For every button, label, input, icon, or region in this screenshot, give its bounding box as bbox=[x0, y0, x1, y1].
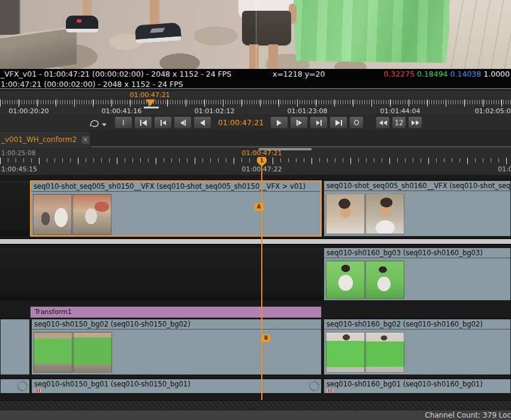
clip-label: seq010-shot_seq005_sh0150__VFX (seq010-s… bbox=[31, 182, 320, 192]
clip-info-text: _VFX_v01 - 01:00:47:21 (00:00:02:00) - 2… bbox=[1, 69, 231, 80]
skip-end-icon bbox=[341, 120, 342, 126]
transport-bar: I 01:00:47:21 O 12 bbox=[0, 114, 511, 131]
clip-thumbnails bbox=[33, 194, 111, 235]
viewer-info-bar: _VFX_v01 - 01:00:47:21 (00:00:02:00) - 2… bbox=[0, 69, 511, 80]
go-to-start-button[interactable] bbox=[134, 116, 152, 129]
clip-sh0150-bg02[interactable]: seq010-sh0150_bg02 (seq010-sh0150_bg02) bbox=[31, 319, 322, 375]
step-forward-button[interactable] bbox=[290, 116, 308, 129]
viewer-wipe-line[interactable] bbox=[256, 0, 256, 69]
viewer-sneaker bbox=[66, 16, 98, 32]
timeline-horizontal-scrollbar[interactable] bbox=[0, 400, 511, 410]
decrement-frames-button[interactable] bbox=[376, 116, 390, 129]
effect-label: Transform1 bbox=[35, 308, 72, 316]
viewer-boy-leg bbox=[249, 44, 259, 69]
clip-sh0160-bg01[interactable]: seq010-sh0160_bg01 (seq010-sh0160_bg01) bbox=[323, 379, 511, 394]
pixel-coordinates: x=1218 y=20 bbox=[273, 69, 325, 80]
clip-partial-left[interactable] bbox=[0, 319, 30, 375]
viewer-timeline-ruler[interactable]: 01:00:47:21 01:00:20:20 01:00:41:16 01:0… bbox=[0, 90, 511, 114]
thumbnail-greenscreen-panel bbox=[326, 332, 365, 373]
viewer-pavement bbox=[449, 0, 511, 69]
viewer-info-bar-secondary: 1:00:47:21 (00:00:02:00) - 2048 x 1152 -… bbox=[0, 80, 511, 89]
green-value: 0.18494 bbox=[417, 70, 448, 78]
set-out-point-button[interactable]: O bbox=[349, 116, 364, 129]
video-track-2: seq010-sh0160_bg03 (seq010-sh0160_bg03) bbox=[0, 247, 511, 300]
tab-sequence[interactable]: _v001_WH_conform2 × bbox=[0, 132, 91, 147]
clip-sh0160-bg02[interactable]: seq010-sh0160_bg02 (seq010-sh0160_bg02) bbox=[323, 319, 511, 375]
thumbnail-boy bbox=[365, 194, 404, 234]
soft-effect-transform[interactable]: Transform1 bbox=[30, 306, 322, 318]
wipe-input-a-badge[interactable]: A bbox=[254, 203, 264, 211]
clip-sh0150-bg01[interactable]: seq010-sh0150_bg01 (seq010-sh0150_bg01) bbox=[31, 379, 322, 394]
viewer-greenscreen bbox=[293, 0, 452, 63]
previous-edit-button[interactable] bbox=[154, 116, 172, 129]
ruler-range-start: 1:00:25:08 bbox=[1, 149, 35, 156]
double-left-icon bbox=[383, 120, 387, 125]
pixel-rgba-values: 0.32275 0.18494 0.14038 1.0000 bbox=[383, 69, 510, 80]
viewer-sneaker bbox=[135, 22, 182, 43]
thumbnail-boy-greenscreen bbox=[365, 261, 404, 299]
set-in-point-button[interactable]: I bbox=[114, 116, 132, 129]
media-status-badge bbox=[327, 389, 333, 392]
ruler-timecode-label: 1:00:45:15 bbox=[1, 165, 37, 173]
close-icon[interactable]: × bbox=[81, 136, 89, 144]
blue-value: 0.14038 bbox=[450, 70, 482, 78]
clip-info-text: 1:00:47:21 (00:00:02:00) - 2048 x 1152 -… bbox=[1, 80, 183, 89]
red-value: 0.32275 bbox=[383, 70, 415, 78]
out-point-label: O bbox=[353, 119, 359, 127]
clip-thumbnails bbox=[326, 261, 404, 301]
clip-label: seq010-sh0160_bg03 (seq010-sh0160_bg03) bbox=[324, 248, 510, 258]
video-track-4: seq010-sh0150_bg01 (seq010-sh0150_bg01) … bbox=[0, 378, 511, 393]
viewer-playhead-timecode: 01:00:47:21 bbox=[129, 91, 170, 99]
viewer-boy-shorts bbox=[242, 11, 291, 46]
viewer-playhead-underline bbox=[144, 107, 159, 108]
ruler-timecode-label: 01:00 bbox=[498, 165, 511, 173]
status-bar: Channel Count: 379 Loc bbox=[0, 410, 511, 420]
current-timecode[interactable]: 01:00:47:21 bbox=[213, 118, 268, 127]
go-to-end-button[interactable] bbox=[329, 116, 347, 129]
timeline-playhead-timecode: 01:00:47:21 bbox=[241, 149, 282, 157]
timeline-tab-bar: _v001_WH_conform2 × bbox=[0, 131, 511, 147]
wipe-input-b-badge[interactable]: B bbox=[261, 334, 271, 342]
frame-increment-field[interactable]: 12 bbox=[392, 116, 406, 129]
play-forward-button[interactable] bbox=[270, 116, 288, 129]
skip-start-icon bbox=[142, 120, 147, 126]
next-edit-icon bbox=[320, 120, 322, 126]
increment-frames-button[interactable] bbox=[408, 116, 422, 129]
track-divider-band[interactable] bbox=[0, 238, 511, 245]
step-back-icon bbox=[185, 120, 186, 126]
step-forward-icon bbox=[298, 120, 302, 125]
media-status-badge bbox=[35, 389, 41, 392]
playback-mode-menu[interactable] bbox=[89, 118, 107, 128]
skip-end-icon bbox=[335, 120, 340, 126]
viewer-playhead-icon[interactable] bbox=[146, 99, 155, 106]
clip-sh0150-vfx[interactable]: seq010-shot_seq005_sh0150__VFX (seq010-s… bbox=[30, 180, 322, 237]
timeline-playhead-line[interactable] bbox=[261, 158, 262, 400]
clip-label: seq010-shot_seq005_sh0160__VFX (seq010-s… bbox=[324, 181, 510, 191]
step-back-button[interactable] bbox=[174, 116, 192, 129]
clip-sh0160-vfx[interactable]: seq010-shot_seq005_sh0160__VFX (seq010-s… bbox=[323, 180, 511, 237]
nuke-studio-window: _VFX_v01 - 01:00:47:21 (00:00:02:00) - 2… bbox=[0, 0, 511, 420]
tab-label: _v001_WH_conform2 bbox=[1, 135, 77, 144]
next-edit-icon bbox=[316, 120, 320, 125]
clip-thumbnails bbox=[326, 194, 404, 234]
clip-cycle-icon bbox=[16, 379, 30, 394]
play-backward-button[interactable] bbox=[193, 116, 211, 129]
clip-sh0160-bg03[interactable]: seq010-sh0160_bg03 (seq010-sh0160_bg03) bbox=[323, 247, 511, 301]
step-forward-icon bbox=[297, 120, 298, 126]
timeline-ruler-ticks bbox=[0, 158, 511, 165]
chevron-down-icon bbox=[102, 123, 107, 126]
step-back-icon bbox=[180, 120, 184, 125]
clip-partial-left[interactable] bbox=[0, 379, 30, 394]
play-icon bbox=[277, 120, 282, 126]
timeline-ruler[interactable]: 1:00:25:08 01:00:47:21 1:00:45:15 01:00:… bbox=[0, 147, 511, 175]
prev-edit-icon bbox=[162, 120, 166, 125]
play-backward-icon bbox=[200, 120, 205, 126]
thumbnail-greenscreen-street bbox=[34, 332, 72, 373]
next-edit-button[interactable] bbox=[310, 116, 328, 129]
video-track-3: seq010-sh0150_bg02 (seq010-sh0150_bg02) … bbox=[0, 318, 511, 374]
viewer-ruler-ticks bbox=[0, 99, 511, 107]
viewer-frame-image[interactable] bbox=[0, 0, 511, 69]
thumbnail-boy-greenscreen bbox=[326, 261, 365, 299]
loop-icon bbox=[89, 118, 101, 128]
frame-increment-value: 12 bbox=[395, 119, 404, 127]
